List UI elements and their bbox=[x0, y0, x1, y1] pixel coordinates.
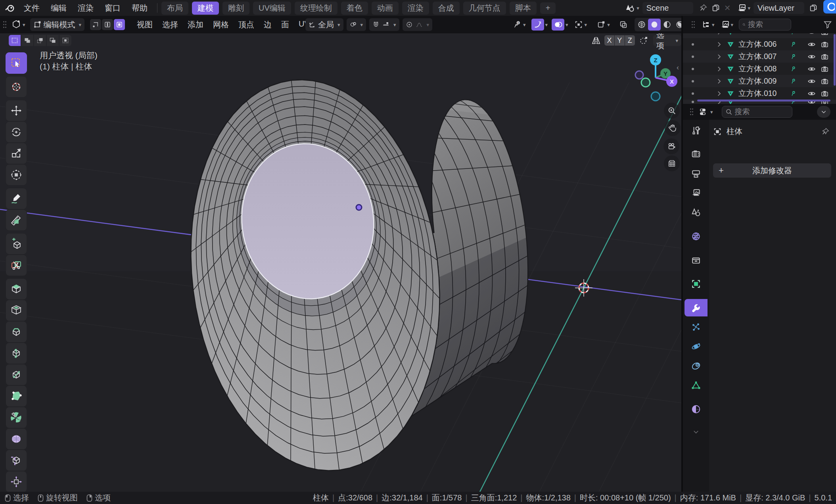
display-mode-icon[interactable] bbox=[720, 20, 730, 29]
select-set-button[interactable] bbox=[9, 35, 21, 46]
app-menu-item[interactable]: 文件 bbox=[18, 3, 45, 13]
properties-editor-icon[interactable] bbox=[699, 107, 709, 116]
viewport-menu-item[interactable]: 添加 bbox=[183, 19, 208, 30]
shading-material-button[interactable] bbox=[661, 19, 673, 31]
render-visibility-icon[interactable] bbox=[821, 77, 829, 85]
mirror-icon[interactable] bbox=[591, 36, 601, 45]
chevron-down-icon[interactable]: ▾ bbox=[748, 5, 750, 11]
object-name[interactable]: 立方体.009 bbox=[738, 76, 790, 86]
render-visibility-icon[interactable] bbox=[821, 90, 829, 98]
add-modifier-button[interactable]: + 添加修改器 bbox=[713, 163, 831, 178]
chevron-down-icon[interactable]: ▾ bbox=[23, 22, 25, 28]
measure-tool[interactable] bbox=[6, 209, 27, 231]
workspace-tab[interactable]: 脚本 bbox=[510, 2, 537, 15]
viewport-menu-item[interactable]: 网格 bbox=[208, 19, 234, 30]
tab-particles[interactable] bbox=[685, 318, 708, 336]
mode-selector[interactable]: 编辑模式 ▾ bbox=[30, 18, 85, 31]
vertical-scrollbar[interactable] bbox=[834, 34, 836, 86]
editor-divider[interactable] bbox=[681, 16, 683, 492]
knife-tool[interactable] bbox=[6, 364, 27, 385]
inset-faces-tool[interactable] bbox=[6, 300, 27, 321]
expand-icon[interactable] bbox=[715, 53, 723, 60]
hide-eye-icon[interactable] bbox=[807, 65, 816, 73]
app-menu-item[interactable]: 编辑 bbox=[45, 3, 72, 13]
tab-output[interactable] bbox=[685, 165, 708, 182]
transform-tool[interactable] bbox=[6, 164, 27, 186]
outliner-row[interactable]: 立方体.007 bbox=[683, 50, 836, 63]
render-visibility-icon[interactable] bbox=[821, 40, 829, 48]
tabs-overflow-icon[interactable] bbox=[692, 428, 700, 435]
box-select-tool[interactable] bbox=[6, 52, 27, 74]
rotate-tool[interactable] bbox=[6, 121, 27, 143]
workspace-tab[interactable]: 建模 bbox=[192, 2, 219, 15]
show-gizmo-button[interactable] bbox=[531, 19, 544, 31]
render-visibility-icon[interactable] bbox=[821, 33, 829, 36]
hide-eye-icon[interactable] bbox=[807, 53, 816, 61]
clipping-region-button[interactable]: ▾ bbox=[572, 19, 589, 31]
move-tool[interactable] bbox=[6, 100, 27, 121]
show-visibility-button[interactable]: 0 ▾ bbox=[511, 19, 527, 31]
outliner-row[interactable]: 立方体.006 bbox=[683, 38, 836, 50]
render-visibility-icon[interactable] bbox=[821, 65, 829, 73]
scene-type-icon[interactable] bbox=[625, 3, 635, 13]
tab-view-layer[interactable] bbox=[685, 184, 708, 202]
hide-eye-icon[interactable] bbox=[807, 90, 816, 98]
tab-data[interactable] bbox=[685, 377, 708, 394]
symmetry-axis-button[interactable]: Y bbox=[615, 35, 625, 46]
breadcrumb-object-name[interactable]: 柱体 bbox=[727, 126, 742, 137]
navigation-gizmo[interactable]: Z Y X bbox=[625, 53, 681, 105]
workspace-tab[interactable]: 合成 bbox=[433, 2, 460, 15]
app-menu-item[interactable]: 帮助 bbox=[126, 3, 153, 13]
header-grip[interactable] bbox=[2, 20, 7, 29]
render-visibility-icon[interactable] bbox=[821, 53, 829, 61]
chevron-down-icon[interactable]: ▾ bbox=[731, 22, 734, 28]
workspace-tab[interactable]: 布局 bbox=[161, 2, 188, 15]
workspace-tab[interactable]: 几何节点 bbox=[463, 2, 506, 15]
outliner-search[interactable] bbox=[739, 19, 791, 31]
outliner-row[interactable]: 立方体.009 bbox=[683, 75, 836, 87]
workspace-tab[interactable]: 纹理绘制 bbox=[295, 2, 337, 15]
workspace-tab[interactable]: 渲染 bbox=[402, 2, 429, 15]
viewport-menu-item[interactable]: 选择 bbox=[157, 19, 183, 30]
add-cube-tool[interactable] bbox=[6, 233, 27, 255]
tab-modifiers[interactable] bbox=[685, 299, 708, 316]
delete-scene-icon[interactable]: ✕ bbox=[724, 3, 731, 13]
shrink-fatten-tool[interactable] bbox=[6, 471, 27, 493]
bevel-tool[interactable] bbox=[6, 321, 27, 343]
cursor-tool[interactable] bbox=[6, 76, 27, 98]
header-grip[interactable] bbox=[689, 107, 694, 117]
outliner-search-input[interactable] bbox=[748, 20, 788, 29]
workspace-tab[interactable]: 动画 bbox=[372, 2, 399, 15]
chevron-down-icon[interactable]: ▾ bbox=[712, 22, 715, 28]
select-subtract-button[interactable] bbox=[34, 35, 46, 46]
viewport-menu-item[interactable]: 视图 bbox=[132, 19, 157, 30]
properties-search-input[interactable] bbox=[735, 107, 782, 116]
workspace-tab[interactable]: UV编辑 bbox=[253, 2, 291, 15]
pin-icon[interactable] bbox=[821, 127, 830, 136]
expand-icon[interactable] bbox=[715, 41, 723, 48]
gizmo-minus-x[interactable] bbox=[635, 71, 643, 79]
extrude-region-tool[interactable] bbox=[6, 278, 27, 300]
pivot-point-selector[interactable]: ▾ bbox=[347, 18, 366, 31]
toggle-ortho-button[interactable] bbox=[664, 155, 680, 171]
tab-object[interactable] bbox=[685, 275, 708, 293]
new-viewlayer-icon[interactable] bbox=[809, 4, 818, 12]
edge-select-mode-button[interactable] bbox=[102, 19, 113, 30]
workspace-tab[interactable]: 着色 bbox=[341, 2, 368, 15]
snap-symmetry-icon[interactable] bbox=[639, 36, 648, 45]
vertex-select-mode-button[interactable] bbox=[90, 19, 101, 30]
workspace-tab[interactable]: 雕刻 bbox=[222, 2, 249, 15]
symmetry-axis-button[interactable]: X bbox=[604, 35, 614, 46]
outliner-row[interactable]: 立方体.010 bbox=[683, 87, 836, 100]
shading-solid-button[interactable] bbox=[648, 19, 661, 31]
pan-view-button[interactable] bbox=[665, 120, 681, 136]
smooth-tool[interactable] bbox=[6, 428, 27, 450]
horizontal-scrollbar[interactable] bbox=[697, 100, 830, 102]
toggle-xray-button[interactable] bbox=[617, 19, 630, 31]
object-name[interactable]: 立方体.007 bbox=[738, 51, 790, 62]
camera-view-button[interactable] bbox=[663, 138, 679, 154]
outliner-editor-icon[interactable] bbox=[701, 20, 711, 29]
chevron-down-icon[interactable]: ▾ bbox=[710, 109, 713, 115]
object-name[interactable]: 立方体.008 bbox=[738, 63, 790, 74]
viewport-menu-item[interactable]: 顶点 bbox=[234, 19, 259, 30]
